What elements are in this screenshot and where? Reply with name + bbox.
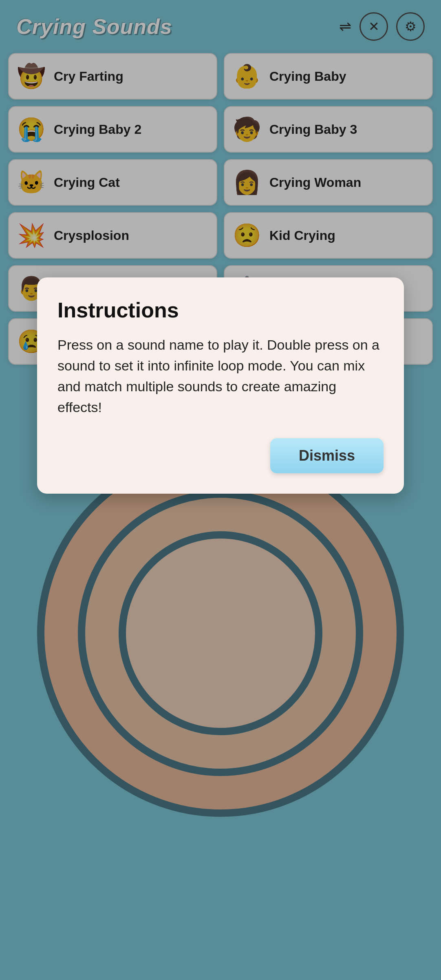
dismiss-button[interactable]: Dismiss (270, 438, 384, 473)
modal-body: Press on a sound name to play it. Double… (57, 335, 384, 418)
instructions-modal: Instructions Press on a sound name to pl… (37, 277, 404, 494)
modal-overlay[interactable]: Instructions Press on a sound name to pl… (0, 0, 441, 980)
modal-title: Instructions (57, 298, 384, 322)
modal-footer: Dismiss (57, 438, 384, 473)
